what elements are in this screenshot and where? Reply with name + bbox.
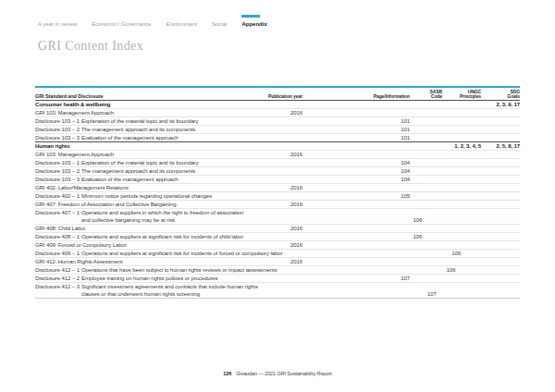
col-standard-and-disclosure: Disclosure 412 – 2Employee training on h… [35,275,231,282]
col-standard-and-disclosure: Disclosure 407 – 1Operations and supplie… [35,209,243,224]
description-line-1: Significant investment agreements and co… [81,283,258,290]
disclosure-row: Disclosure 412 – 1Operations that have b… [35,265,520,274]
col-page-information: 106 [349,266,456,274]
disclosure-description: The management approach and its componen… [81,167,195,175]
report-page: A year in reviewEconomic / GovernanceEnv… [0,0,555,392]
nav-item-label: Social [212,21,227,27]
col-sdg-goals: 2, 3, 9, 17 [481,101,520,108]
footer-text: Givaudan — 2021 GRI Sustainability Repor… [236,371,332,376]
section-row: Human rights1, 2, 3, 4, 52, 5, 8, 17 [35,141,520,150]
col-publication-year: 2016 [231,241,302,249]
disclosure-row: Disclosure 409 – 1Operations and supplie… [35,249,520,257]
col-standard-and-disclosure: GRI 412: Human Rights Assessment [35,258,231,265]
active-tab-indicator [241,15,260,18]
disclosure-row: Disclosure 103 – 2The management approac… [35,125,520,133]
col-standard-and-disclosure: Disclosure 103 – 2The management approac… [35,126,231,133]
disclosure-description: Significant investment agreements and co… [81,283,258,298]
disclosure-id: Disclosure 103 – 2 [35,167,81,175]
col-ungc-principles: 1, 2, 3, 4, 5 [442,142,481,150]
col-page-information: 104 [302,167,410,175]
disclosure-description: Operations and suppliers at significant … [81,250,282,257]
col-standard-and-disclosure: GRI 407: Freedom of Association and Coll… [35,201,231,208]
nav-item-label: A year in review [38,21,77,27]
section-row: Consumer health & wellbeing2, 3, 9, 17 [35,101,520,108]
nav-item-a-year-in-review[interactable]: A year in review [38,20,77,28]
col-page-information: 106 [314,216,422,224]
col-standard-and-disclosure: Disclosure 103 – 1Explanation of the mat… [35,159,231,166]
description-line-1: Operations and suppliers in which the ri… [81,209,243,216]
disclosure-row: Disclosure 412 – 2Employee training on h… [35,274,520,282]
col-standard-and-disclosure: Disclosure 412 – 3Significant investment… [35,283,258,298]
col-page-information: 105 [302,192,410,200]
disclosure-id: Disclosure 412 – 2 [35,275,81,282]
col-standard-and-disclosure: Disclosure 103 – 2The management approac… [35,167,231,175]
col-page-information: 104 [302,176,410,183]
disclosure-description: Explanation of the material topic and it… [81,159,198,166]
header-sdg-goals: SDGGoals [481,90,520,99]
header-sasb-code: SASBCode [410,90,442,99]
page-title: GRI Content Index [38,39,143,54]
disclosure-row: Disclosure 103 – 3Evaluation of the mana… [35,133,520,141]
col-page-information: 106 [353,250,461,257]
disclosure-description: Operations and suppliers at significant … [81,233,243,240]
col-standard-and-disclosure: GRI 103: Management Approach [35,109,231,116]
col-publication-year: 2016 [231,151,302,158]
disclosure-id: Disclosure 407 – 1 [35,209,81,216]
disclosure-description: The management approach and its componen… [81,126,195,133]
col-page-information: 101 [302,117,410,125]
nav-item-environment[interactable]: Environment [166,20,197,28]
col-standard-and-disclosure: Human rights [35,142,231,150]
nav-item-appendix[interactable]: Appendix [241,20,266,28]
gri-standard-row: GRI 412: Human Rights Assessment2016 [35,257,520,265]
nav-item-social[interactable]: Social [212,20,227,28]
col-standard-and-disclosure: GRI 409: Forced or Compulsory Labor [35,241,231,249]
col-page-information: 104 [302,159,410,166]
col-page-information: 101 [302,134,410,141]
col-publication-year: 2016 [231,201,302,208]
disclosure-description: Explanation of the material topic and it… [81,117,198,125]
gri-standard-row: GRI 103: Management Approach2016 [35,108,520,116]
disclosure-row: Disclosure 103 – 3Evaluation of the mana… [35,175,520,183]
table-header-row: GRI Standard and DisclosurePublication y… [35,86,520,101]
disclosure-id: Disclosure 412 – 3 [35,283,81,290]
col-page-information: 107 [302,275,410,282]
disclosure-row: Disclosure 412 – 3Significant investment… [35,282,520,298]
disclosure-description: Operations that have been subject to hum… [81,266,278,274]
col-page-information: 101 [302,126,410,133]
col-standard-and-disclosure: Disclosure 402 – 1Minimum notice periods… [35,192,231,200]
page-footer: 126Givaudan — 2021 GRI Sustainability Re… [0,371,555,376]
nav-item-economic-governance[interactable]: Economic / Governance [92,20,151,28]
header-ungc-principles: UNGCPrinciples [442,90,481,99]
col-publication-year: 2016 [231,184,302,191]
header-gri-standard-and-disclosure: GRI Standard and Disclosure [35,94,231,99]
col-standard-and-disclosure: Disclosure 408 – 1Operations and supplie… [35,233,243,240]
gri-standard-row: GRI 407: Freedom of Association and Coll… [35,200,520,208]
header-publication-year: Publication year [231,94,302,99]
col-sdg-goals: 2, 5, 8, 17 [481,142,520,150]
disclosure-description: Operations and suppliers in which the ri… [81,209,243,224]
disclosure-id: Disclosure 402 – 1 [35,192,81,200]
disclosure-id: Disclosure 103 – 3 [35,176,81,183]
disclosure-row: Disclosure 103 – 1Explanation of the mat… [35,158,520,166]
gri-standard-row: GRI 408: Child Labor2016 [35,224,520,232]
nav-item-label: Economic / Governance [92,21,151,27]
disclosure-description: Evaluation of the management approach [81,176,178,183]
disclosure-id: Disclosure 103 – 1 [35,159,81,166]
col-standard-and-disclosure: Disclosure 103 – 3Evaluation of the mana… [35,176,231,183]
col-page-information: 106 [314,233,422,240]
disclosure-row: Disclosure 103 – 1Explanation of the mat… [35,116,520,125]
disclosure-row: Disclosure 407 – 1Operations and supplie… [35,208,520,224]
disclosure-description: Employee training on human rights polici… [81,275,217,282]
nav-item-label: Appendix [241,21,266,27]
disclosure-row: Disclosure 408 – 1Operations and supplie… [35,232,520,240]
col-standard-and-disclosure: Disclosure 412 – 1Operations that have b… [35,266,278,274]
col-standard-and-disclosure: Disclosure 103 – 1Explanation of the mat… [35,117,231,125]
nav-item-label: Environment [166,21,197,27]
footer-page-number: 126 [223,371,231,376]
disclosure-id: Disclosure 103 – 3 [35,134,81,141]
gri-standard-row: GRI 402: Labor/Management Relations2016 [35,183,520,191]
table-body: Consumer health & wellbeing2, 3, 9, 17GR… [35,101,520,299]
gri-standard-row: GRI 103: Management Approach2016 [35,150,520,158]
disclosure-description: Evaluation of the management approach [81,134,178,141]
col-publication-year: 2016 [231,225,302,232]
